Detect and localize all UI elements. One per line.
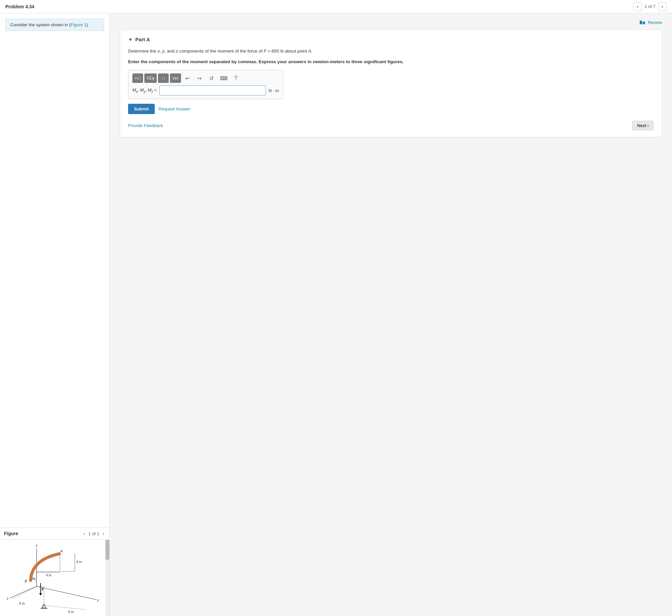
vec-button[interactable]: vec bbox=[170, 74, 181, 83]
submit-button[interactable]: Submit bbox=[128, 104, 155, 114]
svg-text:4 m: 4 m bbox=[76, 560, 82, 564]
question-instruction: Enter the components of the moment separ… bbox=[128, 58, 654, 66]
svg-line-2 bbox=[37, 586, 96, 600]
svg-line-0 bbox=[10, 586, 37, 598]
arrows-button[interactable]: ↕↑ bbox=[158, 74, 169, 83]
figure-panel: Figure ‹ 1 of 1 › x bbox=[0, 527, 109, 616]
provide-feedback-link[interactable]: Provide Feedback bbox=[128, 123, 163, 128]
svg-marker-16 bbox=[39, 593, 42, 596]
answer-label: Mx, My, Mz = bbox=[132, 87, 157, 93]
header: Problem 4.34 ‹ 1 of 7 › bbox=[0, 0, 672, 13]
svg-text:6 m: 6 m bbox=[68, 610, 74, 614]
undo-button[interactable]: ↩ bbox=[182, 74, 193, 83]
request-answer-link[interactable]: Request Answer bbox=[159, 106, 190, 111]
figure-image-container: x y z A bbox=[0, 539, 109, 616]
answer-input[interactable] bbox=[159, 85, 266, 95]
figure-page-indicator: 1 of 1 bbox=[88, 531, 99, 536]
part-a-label: Part A bbox=[135, 37, 150, 42]
collapse-arrow[interactable]: ▼ bbox=[128, 37, 133, 42]
svg-text:A: A bbox=[60, 549, 63, 553]
refresh-button[interactable]: ↺ bbox=[206, 74, 217, 83]
answer-box: ▪√□ ΑΣφ ↕↑ vec ↩ ↪ ↺ ⌨ ? Mx, My, Mz = bbox=[128, 70, 283, 99]
svg-text:F: F bbox=[42, 587, 44, 591]
figure-label: Figure bbox=[4, 531, 18, 536]
figure-ref-prefix: Consider the system shown in ( bbox=[10, 22, 71, 27]
next-button[interactable]: Next › bbox=[632, 121, 654, 130]
sidebar-content: Consider the system shown in (Figure 1). bbox=[0, 13, 109, 527]
svg-text:x: x bbox=[6, 596, 9, 600]
answer-unit: N · m bbox=[268, 88, 279, 93]
fraction-button[interactable]: ▪√□ bbox=[132, 74, 143, 83]
figure-prev-button[interactable]: ‹ bbox=[82, 530, 86, 537]
svg-text:B: B bbox=[25, 579, 27, 583]
svg-line-30 bbox=[44, 605, 86, 610]
answer-input-row: Mx, My, Mz = N · m bbox=[132, 85, 279, 95]
sidebar: Consider the system shown in (Figure 1).… bbox=[0, 13, 110, 616]
figure-scrollbar-thumb[interactable] bbox=[105, 540, 109, 560]
review-section: Review bbox=[120, 20, 662, 25]
sigma-button[interactable]: ΑΣφ bbox=[144, 74, 157, 83]
math-toolbar: ▪√□ ΑΣφ ↕↑ vec ↩ ↪ ↺ ⌨ ? bbox=[132, 74, 279, 83]
svg-line-19 bbox=[13, 586, 37, 599]
svg-text:y: y bbox=[97, 598, 99, 602]
main-content: Review ▼ Part A Determine the x, y, and … bbox=[110, 13, 672, 616]
next-problem-button[interactable]: › bbox=[658, 2, 667, 11]
next-label: Next › bbox=[637, 123, 649, 128]
figure-navigation: ‹ 1 of 1 › bbox=[82, 530, 105, 537]
figure-svg: x y z A bbox=[3, 543, 101, 615]
svg-text:4 m: 4 m bbox=[46, 573, 52, 577]
page-indicator: 1 of 7 bbox=[644, 4, 655, 9]
action-buttons: Submit Request Answer bbox=[128, 104, 654, 114]
svg-text:z: z bbox=[35, 543, 38, 547]
part-a-header: ▼ Part A bbox=[128, 37, 654, 42]
review-label: Review bbox=[648, 20, 662, 25]
review-link[interactable]: Review bbox=[640, 20, 662, 25]
help-button[interactable]: ? bbox=[231, 74, 241, 83]
svg-text:6 m: 6 m bbox=[19, 602, 25, 605]
figure-scrollbar[interactable] bbox=[105, 540, 109, 616]
review-bookmark-icon bbox=[640, 21, 645, 24]
keyboard-button[interactable]: ⌨ bbox=[218, 74, 229, 83]
header-navigation: ‹ 1 of 7 › bbox=[633, 2, 667, 11]
problem-title: Problem 4.34 bbox=[5, 4, 34, 9]
figure-1-link[interactable]: Figure 1 bbox=[71, 22, 86, 27]
question-text: Determine the x, y, and z components of … bbox=[128, 48, 654, 55]
figure-diagram: x y z A bbox=[0, 540, 103, 616]
figure-next-button[interactable]: › bbox=[101, 530, 105, 537]
main-layout: Consider the system shown in (Figure 1).… bbox=[0, 13, 672, 616]
prev-problem-button[interactable]: ‹ bbox=[633, 2, 642, 11]
bottom-row: Provide Feedback Next › bbox=[128, 121, 654, 130]
part-a-section: ▼ Part A Determine the x, y, and z compo… bbox=[120, 30, 662, 137]
figure-ref-suffix: ). bbox=[86, 22, 89, 27]
figure-header: Figure ‹ 1 of 1 › bbox=[0, 528, 109, 539]
figure-reference-box: Consider the system shown in (Figure 1). bbox=[5, 19, 104, 31]
redo-button[interactable]: ↪ bbox=[194, 74, 205, 83]
